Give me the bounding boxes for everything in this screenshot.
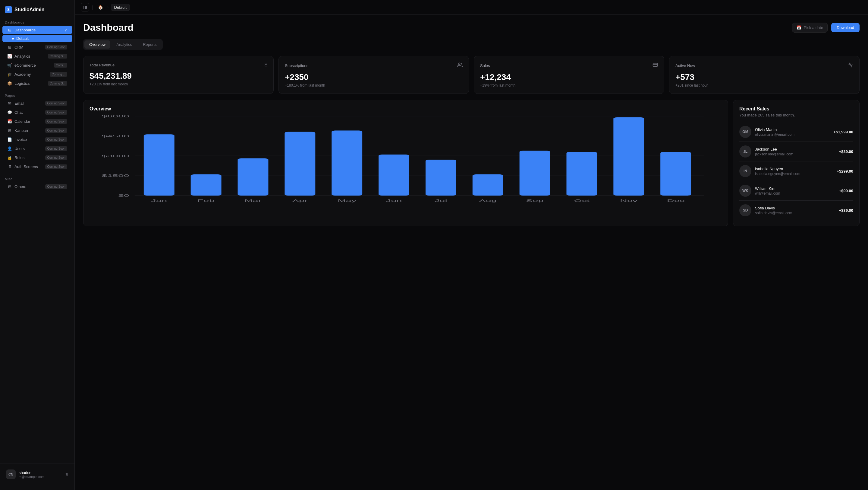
svg-rect-19	[332, 131, 362, 196]
sidebar-item-users[interactable]: 👤 Users Coming Soon	[2, 144, 72, 153]
tab-analytics[interactable]: Analytics	[112, 40, 137, 49]
svg-text:May: May	[338, 199, 356, 203]
svg-text:Apr: Apr	[292, 199, 308, 203]
avatar-wk: WK	[739, 185, 751, 197]
sale-amount-wk: +$99.00	[839, 189, 853, 193]
sidebar-item-crm[interactable]: ⊞ CRM Coming Soon	[2, 43, 72, 51]
download-button[interactable]: Download	[831, 23, 860, 32]
tabs: Overview Analytics Reports	[83, 39, 163, 50]
sidebar-item-analytics[interactable]: 📈 Analytics Coming S...	[2, 52, 72, 60]
user-email: m@example.com	[19, 475, 62, 479]
svg-rect-17	[238, 158, 269, 196]
sidebar-item-auth-screens[interactable]: 🖥 Auth Screens Coming Soon	[2, 162, 72, 171]
sidebar-footer: CN shadcn m@example.com ⇅	[0, 463, 74, 485]
content-area: Dashboard 📅 Pick a date Download Overvie…	[75, 15, 868, 490]
sidebar-item-chat[interactable]: 💬 Chat Coming Soon	[2, 108, 72, 116]
date-picker[interactable]: 📅 Pick a date	[792, 23, 828, 33]
page-title: Dashboard	[83, 22, 133, 33]
chart-area: $6000 $4500 $3000 $1500 $0	[90, 113, 722, 215]
dollar-icon: $	[265, 62, 267, 67]
breadcrumb-current: Default	[111, 4, 130, 11]
sidebar-item-users-label: Users	[14, 146, 25, 151]
sidebar-item-logistics[interactable]: 📦 Logistics Coming S...	[2, 79, 72, 87]
sidebar-item-kanban-label: Kanban	[14, 128, 28, 133]
sidebar-item-roles[interactable]: 🔒 Roles Coming Soon	[2, 153, 72, 162]
sidebar-item-kanban[interactable]: ⊞ Kanban Coming Soon	[2, 126, 72, 135]
svg-text:Feb: Feb	[197, 199, 215, 203]
sidebar-item-roles-label: Roles	[14, 155, 24, 160]
main-content: | 🏠 › Default Dashboard 📅 Pick a date Do…	[75, 0, 868, 490]
svg-text:Aug: Aug	[479, 199, 497, 203]
default-dot	[12, 38, 14, 39]
sidebar-item-calendar[interactable]: 📅 Calendar Coming Soon	[2, 117, 72, 125]
svg-rect-15	[144, 134, 175, 196]
home-button[interactable]: 🏠	[96, 3, 105, 11]
svg-text:Nov: Nov	[620, 199, 638, 203]
sidebar-item-crm-label: CRM	[14, 45, 24, 50]
logistics-badge: Coming S...	[48, 81, 67, 86]
sale-info-om: Olivia Martin olivia.martin@email.com	[755, 127, 830, 137]
email-badge: Coming Soon	[45, 101, 67, 106]
sale-info-jl: Jackson Lee jackson.lee@email.com	[755, 147, 835, 156]
bar-chart: $6000 $4500 $3000 $1500 $0	[90, 113, 722, 215]
svg-text:$4500: $4500	[101, 134, 129, 138]
sale-name-om: Olivia Martin	[755, 127, 830, 132]
stat-card-revenue: Total Revenue $ $45,231.89 +20.1% from l…	[83, 56, 274, 94]
sidebar: S StudioAdmin Dashboards ⊞ Dashboards ∨ …	[0, 0, 75, 490]
kanban-badge: Coming Soon	[45, 128, 67, 133]
panel-toggle-button[interactable]	[81, 3, 89, 11]
chat-badge: Coming Soon	[45, 110, 67, 115]
tab-overview[interactable]: Overview	[84, 40, 110, 49]
stat-change-revenue: +20.1% from last month	[90, 82, 267, 86]
sidebar-item-ecommerce-label: eCommerce	[14, 63, 36, 67]
stat-header-revenue: Total Revenue $	[90, 62, 267, 67]
user-menu[interactable]: CN shadcn m@example.com ⇅	[2, 467, 72, 482]
email-icon: ✉	[7, 101, 12, 106]
sidebar-item-email[interactable]: ✉ Email Coming Soon	[2, 99, 72, 108]
sidebar-item-ecommerce[interactable]: 🛒 eCommerce Comi...	[2, 61, 72, 69]
crm-icon: ⊞	[7, 45, 12, 50]
svg-text:$3000: $3000	[101, 154, 129, 158]
user-name: shadcn	[19, 470, 62, 475]
page-header: Dashboard 📅 Pick a date Download	[83, 22, 860, 33]
dashboards-chevron: ∨	[64, 28, 67, 32]
sales-subtitle: You made 265 sales this month.	[739, 113, 853, 117]
stat-header-sales: Sales	[480, 62, 658, 69]
sale-item-in: IN Isabella Nguyen isabella.nguyen@email…	[739, 162, 853, 181]
academy-icon: 🎓	[7, 72, 12, 77]
svg-text:$6000: $6000	[101, 114, 129, 118]
sale-item-jl: JL Jackson Lee jackson.lee@email.com +$3…	[739, 142, 853, 162]
calendar-icon: 📅	[797, 25, 801, 30]
section-dashboards-label: Dashboards	[0, 18, 74, 25]
stat-card-sales: Sales +12,234 +19% from last month	[474, 56, 664, 94]
stat-change-subscriptions: +180.1% from last month	[285, 83, 463, 87]
sidebar-item-academy[interactable]: 🎓 Academy Coming ...	[2, 70, 72, 79]
activity-icon	[848, 62, 853, 69]
analytics-badge: Coming S...	[48, 54, 67, 59]
svg-rect-21	[426, 160, 456, 196]
sale-amount-sd: +$39.00	[839, 208, 853, 213]
stat-value-subscriptions: +2350	[285, 73, 463, 82]
stat-header-active: Active Now	[675, 62, 853, 69]
invoice-icon: 📄	[7, 137, 12, 142]
svg-text:$0: $0	[118, 194, 129, 198]
stat-label-sales: Sales	[480, 63, 490, 68]
sidebar-item-default[interactable]: Default	[2, 35, 72, 42]
ecommerce-badge: Comi...	[54, 63, 67, 67]
sidebar-item-dashboards[interactable]: ⊞ Dashboards ∨	[2, 26, 72, 34]
svg-rect-24	[566, 152, 597, 196]
sale-info-wk: William Kim will@email.com	[755, 186, 835, 196]
user-chevron-icon: ⇅	[65, 472, 68, 477]
chart-title: Overview	[90, 106, 722, 112]
crm-badge: Coming Soon	[45, 45, 67, 50]
sidebar-item-logistics-label: Logistics	[14, 81, 30, 86]
svg-text:Dec: Dec	[667, 199, 685, 203]
sidebar-item-others[interactable]: ⊞ Others Coming Soon	[2, 182, 72, 191]
auth-badge: Coming Soon	[45, 165, 67, 169]
tab-reports[interactable]: Reports	[138, 40, 161, 49]
stat-header-subscriptions: Subscriptions	[285, 62, 463, 69]
sidebar-item-invoice[interactable]: 📄 Invoice Coming Soon	[2, 135, 72, 144]
calendar-icon: 📅	[7, 119, 12, 124]
sale-email-wk: will@email.com	[755, 191, 835, 196]
stat-value-sales: +12,234	[480, 73, 658, 82]
